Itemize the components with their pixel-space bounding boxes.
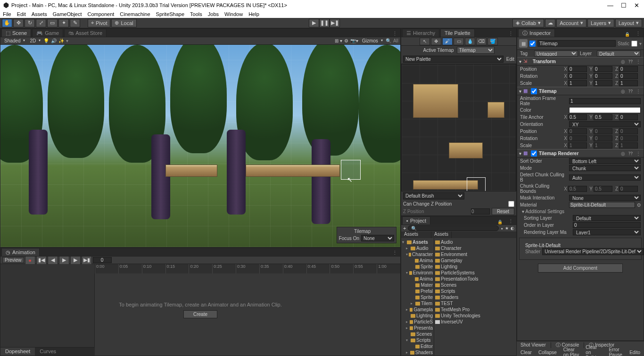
grid-icon[interactable]: ⊞ ▾ [335, 38, 342, 43]
collapse-button[interactable]: Collapse [537, 350, 559, 355]
favorite-icon[interactable]: ★ [505, 226, 509, 231]
window-maximize-icon[interactable]: ☐ [621, 2, 627, 9]
eraser-tool-icon[interactable]: ⌫ [476, 38, 487, 45]
panel-menu-icon[interactable]: ⋮ [389, 250, 400, 256]
shading-mode-dropdown[interactable]: Shaded [2, 38, 26, 43]
move-tool-icon[interactable]: ✥ [431, 38, 441, 45]
menu-window[interactable]: Window [224, 11, 243, 17]
next-frame-button[interactable]: ▶ [70, 256, 81, 265]
anim-rate-input[interactable] [569, 98, 641, 104]
color-field[interactable] [569, 107, 641, 113]
prev-frame-button[interactable]: ◀ [48, 256, 58, 265]
lock-icon[interactable]: 🔒 [495, 220, 505, 224]
clear-on-play-button[interactable]: Clear on Play [561, 347, 581, 356]
edit-palette-button[interactable]: Edit [506, 57, 514, 62]
tag-dropdown[interactable]: Untagged [534, 50, 578, 57]
camera-icon[interactable]: 📷▾ [350, 38, 358, 43]
material-field[interactable] [569, 202, 635, 208]
editor-button[interactable]: Edito [627, 350, 642, 355]
anchor-y[interactable] [594, 114, 612, 120]
fx-toggle-icon[interactable]: ✨ [58, 38, 64, 43]
tilemap-component-header[interactable]: ▾▦ Tilemap ◎ ⁇ ⋮ [517, 87, 644, 95]
menu-component[interactable]: Component [87, 11, 114, 17]
menu-jobs[interactable]: Jobs [208, 11, 219, 17]
menu-gameobject[interactable]: GameObject [53, 11, 82, 17]
select-tool-icon[interactable]: ↖ [420, 38, 430, 45]
clear-button[interactable]: Clear [519, 350, 534, 355]
menu-file[interactable]: File [3, 11, 11, 17]
pos-x[interactable] [568, 66, 587, 72]
order-input[interactable] [573, 222, 641, 228]
reset-z-button[interactable]: Reset [492, 208, 514, 215]
menu-tools[interactable]: Tools [190, 11, 202, 17]
2d-toggle[interactable]: 2D [28, 38, 41, 43]
rotate-tool-button[interactable]: ↻ [25, 19, 35, 27]
add-icon[interactable]: + [403, 225, 406, 231]
palette-dropdown[interactable]: New Palette [403, 56, 504, 63]
rect-tool-button[interactable]: ▭ [47, 19, 58, 27]
lighting-toggle-icon[interactable]: 💡 [43, 38, 49, 43]
brush-tool-icon[interactable]: 🖌 [442, 38, 453, 45]
project-tree[interactable]: ▾Assets ▸Audio ▾Character Anima Sprite ▾… [401, 238, 434, 356]
gear-icon[interactable]: ⚙ [344, 38, 348, 43]
gameobject-name-input[interactable] [537, 40, 616, 47]
pivot-toggle[interactable]: ⌖Pivot [88, 19, 110, 27]
account-dropdown[interactable]: Account ▾ [556, 19, 586, 27]
play-button[interactable]: ▶ [309, 19, 319, 27]
cloud-button[interactable]: ☁ [545, 19, 555, 27]
clear-on-build-button[interactable]: Clear on Build [584, 345, 604, 356]
lock-icon[interactable]: 🔒 [622, 32, 633, 37]
tab-animation[interactable]: ◷ Animation [1, 248, 40, 256]
additional-settings-foldout[interactable]: ▾ Additional Settings [517, 208, 644, 215]
tilemap-renderer-header[interactable]: ▾▦ Tilemap Renderer ◎ ⁇ ⋮ [517, 149, 644, 157]
tile-palette-view[interactable] [401, 64, 516, 191]
record-button[interactable]: ● [25, 256, 35, 265]
transform-component-header[interactable]: ▾⇲ Transform ◎ ⁇ ⋮ [517, 57, 644, 66]
project-list[interactable]: Audio Character Environment Gameplay Lig… [434, 238, 516, 356]
scale-tool-button[interactable]: ⤢ [36, 19, 46, 27]
panel-menu-icon[interactable]: ⋮ [389, 31, 400, 37]
tab-game[interactable]: 🎮 Game [32, 29, 63, 37]
pos-y[interactable] [594, 66, 612, 72]
create-animation-button[interactable]: Create [183, 310, 217, 318]
layers-dropdown[interactable]: Layers ▾ [587, 19, 614, 27]
tab-tile-palette[interactable]: Tile Palette [440, 29, 475, 37]
tab-asset-store[interactable]: 🛍 Asset Store [64, 29, 107, 37]
search-all[interactable]: All [393, 38, 398, 43]
scl-x[interactable] [568, 80, 587, 86]
anchor-x[interactable] [568, 114, 587, 120]
menu-assets[interactable]: Assets [32, 11, 47, 17]
preview-button[interactable]: Preview [2, 257, 24, 263]
play-anim-button[interactable]: ▶ [59, 256, 69, 265]
mode-dropdown[interactable]: Chunk [569, 165, 641, 171]
scl-z[interactable] [619, 80, 638, 86]
sorting-layer-dropdown[interactable]: Default [573, 215, 641, 221]
box-tool-icon[interactable]: ▭ [454, 38, 464, 45]
menu-spriteshape[interactable]: SpriteShape [156, 11, 185, 17]
tab-scene[interactable]: ⬚ Scene [1, 29, 31, 37]
component-menu-icon[interactable]: ◎ ⁇ ⋮ [621, 89, 642, 94]
component-menu-icon[interactable]: ◎ ⁇ ⋮ [621, 59, 642, 64]
window-minimize-icon[interactable]: — [607, 2, 613, 9]
tab-inspector[interactable]: ⓘ Inspector [518, 29, 555, 37]
error-pause-button[interactable]: Error Pause [607, 347, 625, 356]
step-button[interactable]: ▶❚ [330, 19, 340, 27]
dopesheet-tab[interactable]: Dopesheet [0, 348, 35, 356]
orientation-dropdown[interactable]: XY [569, 121, 641, 127]
tab-project[interactable]: ▪ Project [402, 216, 430, 224]
render-mask-dropdown[interactable]: Layer1 [573, 229, 641, 235]
tab-hierarchy[interactable]: ☰ Hierarchy [402, 29, 439, 37]
layer-dropdown[interactable]: Default [597, 50, 641, 57]
fill-tool-icon[interactable]: 🪣 [487, 38, 498, 45]
pause-button[interactable]: ❚❚ [319, 19, 330, 27]
shader-dropdown[interactable]: Universal Render Pipeline/2D/Sprite-Lit-… [542, 248, 644, 255]
hand-tool-button[interactable]: ✋ [2, 19, 12, 27]
last-frame-button[interactable]: ▶▮ [82, 256, 92, 265]
hidden-icon[interactable]: ◐ [511, 226, 514, 231]
panel-menu-icon[interactable]: ⋮ [633, 31, 644, 37]
pos-z[interactable] [619, 66, 638, 72]
window-close-icon[interactable]: ✕ [634, 2, 639, 9]
layout-dropdown[interactable]: Layout ▾ [615, 19, 642, 27]
gizmos-dropdown[interactable]: Gizmos [360, 38, 384, 43]
renderer-enabled-checkbox[interactable] [531, 150, 537, 157]
